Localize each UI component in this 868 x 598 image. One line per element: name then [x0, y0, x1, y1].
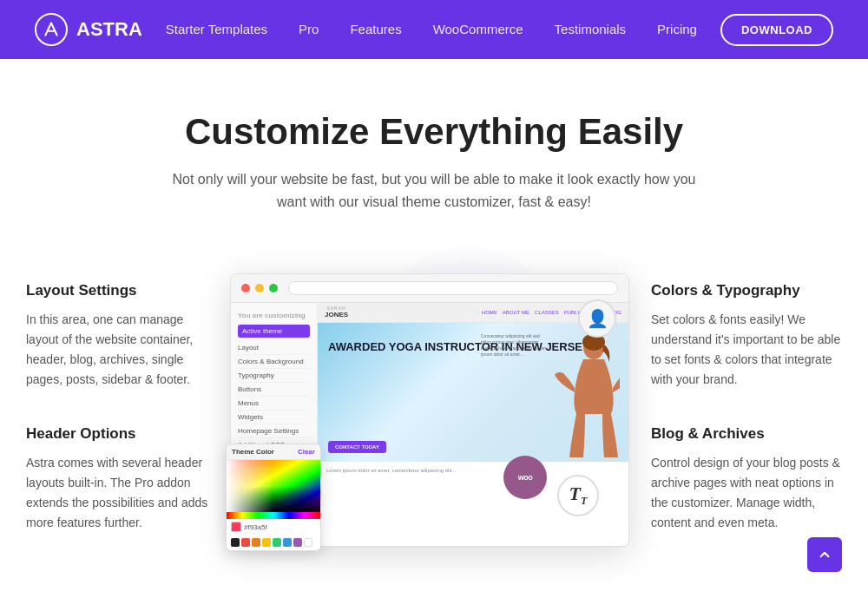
colors-typography-body: Set colors & fonts easily! We understand…	[651, 310, 842, 390]
sidebar-link-layout[interactable]: Layout	[238, 341, 310, 355]
header-options-heading: Header Options	[26, 425, 208, 443]
swatch-white[interactable]	[304, 538, 312, 547]
scroll-to-top-button[interactable]	[807, 537, 842, 572]
logo-icon	[35, 13, 68, 46]
swatch-yellow[interactable]	[262, 538, 271, 547]
swatch-purple[interactable]	[293, 538, 302, 547]
blog-archives-block: Blog & Archives Control design of your b…	[651, 425, 842, 533]
sidebar-link-widgets[interactable]: Widgets	[238, 411, 310, 424]
browser-maximize-dot	[269, 284, 278, 292]
yoga-cta-button[interactable]: CONTACT TODAY	[328, 441, 386, 453]
blog-archives-heading: Blog & Archives	[651, 425, 842, 443]
color-picker-title: Theme Color Clear	[227, 444, 320, 460]
color-spectrum-bar[interactable]	[227, 512, 320, 519]
typography-badge: TT	[557, 475, 599, 516]
layout-settings-body: In this area, one can manage layout of t…	[26, 310, 208, 390]
yoga-body-copy: Consectetur adipiscing elit sed tellus c…	[481, 333, 547, 357]
color-picker-panel: Theme Color Clear #f93a5f	[226, 444, 321, 551]
sidebar-link-buttons[interactable]: Buttons	[238, 383, 310, 397]
swatch-black[interactable]	[231, 538, 240, 547]
yoga-figure-svg	[550, 332, 620, 462]
sidebar-link-homepage[interactable]: Homepage Settings	[238, 424, 310, 438]
avatar-icon: 👤	[587, 308, 608, 329]
swatch-orange[interactable]	[252, 538, 260, 547]
browser-close-dot	[241, 284, 250, 292]
yoga-logo: JONES	[325, 312, 348, 319]
logo[interactable]: ASTRA	[35, 13, 142, 46]
swatch-blue[interactable]	[283, 538, 292, 547]
nav-item-features[interactable]: Features	[350, 22, 401, 37]
header-options-block: Header Options Astra comes with several …	[26, 425, 208, 533]
nav-item-starter-templates[interactable]: Starter Templates	[166, 22, 267, 37]
right-column: Colors & Typography Set colors & fonts e…	[651, 273, 842, 568]
sidebar-heading: You are customizing	[238, 312, 310, 319]
browser-minimize-dot	[255, 284, 264, 292]
content-section: Layout Settings In this area, one can ma…	[0, 247, 868, 598]
navbar: ASTRA Starter Templates Pro Features Woo…	[0, 0, 868, 59]
nav-item-woocommerce[interactable]: WooCommerce	[433, 22, 523, 37]
hero-title: Customize Everything Easily	[35, 111, 833, 153]
woocommerce-badge: woo	[503, 456, 547, 499]
nav-links: Starter Templates Pro Features WooCommer…	[166, 22, 697, 37]
colors-typography-block: Colors & Typography Set colors & fonts e…	[651, 282, 842, 390]
sidebar-link-menus[interactable]: Menus	[238, 397, 310, 411]
nav-item-pro[interactable]: Pro	[299, 22, 319, 37]
sidebar-link-typography[interactable]: Typography	[238, 369, 310, 383]
hero-section: Customize Everything Easily Not only wil…	[0, 59, 868, 247]
color-swatch	[231, 522, 241, 532]
colors-typography-heading: Colors & Typography	[651, 282, 842, 299]
avatar-badge: 👤	[578, 299, 616, 338]
chevron-up-icon	[817, 547, 832, 562]
color-input-row: #f93a5f	[227, 519, 320, 535]
swatch-green[interactable]	[273, 538, 281, 547]
nav-item-testimonials[interactable]: Testimonials	[555, 22, 627, 37]
layout-settings-heading: Layout Settings	[26, 282, 208, 299]
color-gradient-picker[interactable]	[227, 460, 320, 512]
browser-bar	[231, 274, 628, 303]
blog-archives-body: Control design of your blog posts & arch…	[651, 453, 842, 533]
hero-subtitle: Not only will your website be fast, but …	[165, 168, 703, 213]
browser-url-bar	[288, 281, 618, 295]
yoga-hero-image: AWARDED YOGA INSTRUCTOR IN NEW JERSEY	[318, 323, 628, 462]
layout-settings-block: Layout Settings In this area, one can ma…	[26, 282, 208, 390]
color-swatches-row	[227, 535, 320, 550]
swatch-red[interactable]	[241, 538, 250, 547]
left-column: Layout Settings In this area, one can ma…	[26, 273, 208, 568]
header-options-body: Astra comes with several header layouts …	[26, 453, 208, 533]
nav-item-pricing[interactable]: Pricing	[657, 22, 697, 37]
center-image-area: You are customizing Active theme Layout …	[226, 273, 634, 551]
sidebar-link-colors[interactable]: Colors & Background	[238, 355, 310, 369]
sidebar-active-theme: Active theme	[238, 325, 310, 338]
color-hex-value: #f93a5f	[244, 523, 267, 531]
logo-text: ASTRA	[76, 18, 142, 41]
download-button[interactable]: DOWNLOAD	[720, 14, 833, 46]
